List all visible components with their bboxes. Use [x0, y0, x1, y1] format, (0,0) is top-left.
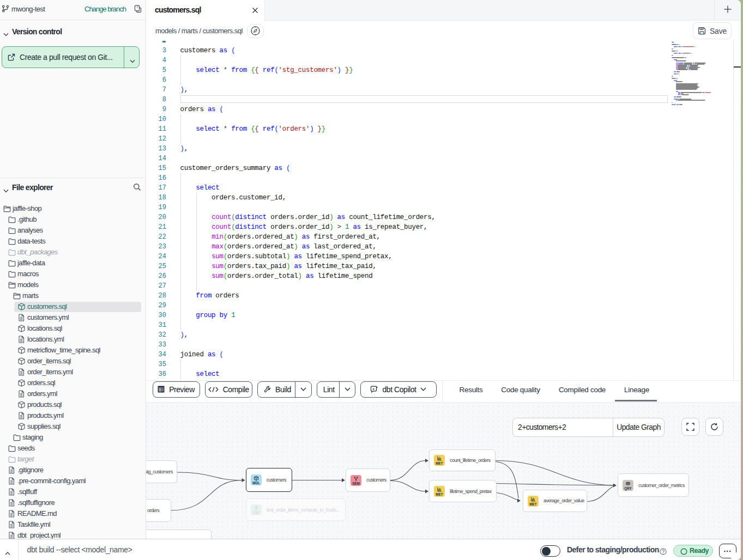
- svg-text:MET: MET: [529, 502, 536, 506]
- svg-text:TST: TST: [253, 511, 259, 515]
- svg-text:MET: MET: [436, 492, 443, 496]
- svg-text:MDL: MDL: [252, 481, 260, 485]
- svg-text:QRY: QRY: [624, 486, 632, 491]
- svg-text:SEM: SEM: [352, 482, 360, 485]
- svg-text:MET: MET: [436, 461, 443, 465]
